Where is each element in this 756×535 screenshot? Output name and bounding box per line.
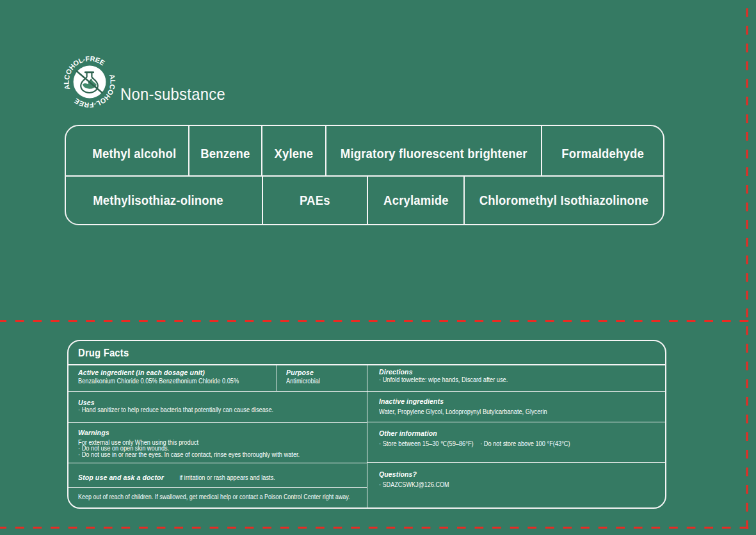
- section-inactive-ingredients: Inactive ingredients Water, Propylene Gl…: [367, 392, 665, 422]
- uses-body: · Hand sanitizer to help reduce bacteria…: [78, 407, 332, 413]
- purpose-cell: Purpose Antimicrobial: [277, 365, 367, 391]
- drug-facts-panel: Drug Facts Active ingredient (in each do…: [67, 340, 666, 509]
- banned-cell-methyl-alcohol: Methyl alcohol: [66, 126, 188, 175]
- drug-facts-right-column: Directions · Unfold towelette: wipe hand…: [367, 365, 665, 507]
- section-stop-use: Stop use and ask a doctorif irritation o…: [68, 463, 367, 488]
- alcohol-free-logo: ALCOHOL-FREE ALCOHOL-FREE: [62, 54, 117, 109]
- banned-cell-label: Formaldehyde: [561, 147, 644, 161]
- warnings-body: For external use only When using this pr…: [78, 440, 332, 458]
- purpose-heading: Purpose: [286, 369, 364, 377]
- banned-substances-table: Methyl alcohol Benzene Xylene Migratory …: [65, 125, 664, 225]
- drug-facts-left-column: Active ingredient (in each dosage unit) …: [68, 365, 367, 507]
- inactive-ingredients-heading: Inactive ingredients: [379, 397, 654, 406]
- section-active-ingredient: Active ingredient (in each dosage unit) …: [68, 365, 367, 392]
- banned-cell-acrylamide: Acrylamide: [367, 177, 463, 224]
- banned-cell-label: Benzene: [200, 147, 250, 161]
- drug-facts-columns: Active ingredient (in each dosage unit) …: [68, 365, 665, 507]
- banned-cell-label: Methyl alcohol: [92, 147, 176, 161]
- banned-cell-label: Chloromethyl Isothiazolinone: [479, 193, 648, 208]
- banned-cell-label: PAEs: [300, 193, 330, 208]
- drug-facts-title: Drug Facts: [68, 341, 665, 365]
- banned-cell-label: Migratory fluorescent brightener: [341, 147, 527, 161]
- active-ingredient-body: Benzalkonium Chloride 0.05% Benzethonium…: [78, 378, 252, 384]
- banned-table-row-2: Methylisothiaz-olinone PAEs Acrylamide C…: [66, 177, 663, 224]
- warnings-heading: Warnings: [78, 429, 355, 437]
- banned-cell-xylene: Xylene: [261, 126, 325, 175]
- directions-body: · Unfold towelette: wipe hands, Discard …: [379, 377, 631, 383]
- stop-use-heading: Stop use and ask a doctor: [78, 474, 164, 481]
- banned-cell-paes: PAEs: [262, 177, 367, 224]
- section-keep-out: Keep out of reach of children. If swallo…: [68, 488, 367, 507]
- banned-cell-label: Xylene: [275, 147, 314, 161]
- label-sheet: ALCOHOL-FREE ALCOHOL-FREE Non-substance …: [0, 0, 756, 535]
- banned-cell-label: Acrylamide: [383, 193, 449, 208]
- purpose-body: Antimicrobial: [286, 378, 357, 384]
- other-information-body: · Store between 15–30 ℃(59–86°F)· Do not…: [379, 441, 631, 447]
- banned-cell-formaldehyde: Formaldehyde: [541, 126, 663, 175]
- inactive-ingredients-body: Water, Propylene Glycol, Lodopropynyl Bu…: [379, 409, 631, 415]
- section-questions: Questions? · SDAZCSWKJ@126.COM: [367, 463, 665, 508]
- banned-cell-benzene: Benzene: [188, 126, 261, 175]
- brand-name: Non-substance: [120, 84, 225, 104]
- drug-facts-title-text: Drug Facts: [78, 347, 129, 359]
- other-information-bullet-1: · Store between 15–30 ℃(59–86°F): [379, 440, 474, 447]
- stop-use-line: Stop use and ask a doctorif irritation o…: [78, 471, 355, 483]
- questions-body: · SDAZCSWKJ@126.COM: [379, 482, 627, 488]
- warnings-line-3: · Do not use in or near the eyes. In cas…: [78, 452, 332, 458]
- section-other-information: Other information · Store between 15–30 …: [367, 422, 665, 463]
- banned-cell-chloromethyl-isothiazolinone: Chloromethyl Isothiazolinone: [463, 177, 663, 224]
- other-information-bullet-2: · Do not store above 100 °F(43°C): [480, 440, 570, 447]
- section-directions: Directions · Unfold towelette: wipe hand…: [367, 365, 665, 392]
- active-ingredient-heading: Active ingredient (in each dosage unit): [78, 369, 268, 377]
- section-uses: Uses · Hand sanitizer to help reduce bac…: [68, 392, 367, 423]
- questions-heading: Questions?: [379, 470, 654, 479]
- keep-out-text: Keep out of reach of children. If swallo…: [78, 494, 325, 500]
- section-warnings: Warnings For external use only When usin…: [68, 423, 367, 463]
- other-information-heading: Other information: [379, 429, 654, 438]
- banned-cell-migratory-fluorescent-brightener: Migratory fluorescent brightener: [325, 126, 541, 175]
- banned-cell-methylisothiazolinone: Methylisothiaz-olinone: [66, 177, 262, 224]
- banned-table-row-1: Methyl alcohol Benzene Xylene Migratory …: [66, 126, 663, 177]
- banned-cell-label: Methylisothiaz-olinone: [93, 193, 223, 208]
- active-ingredient-cell: Active ingredient (in each dosage unit) …: [68, 365, 277, 391]
- stop-use-tail: if irritation or rash appears and lasts.: [180, 474, 275, 481]
